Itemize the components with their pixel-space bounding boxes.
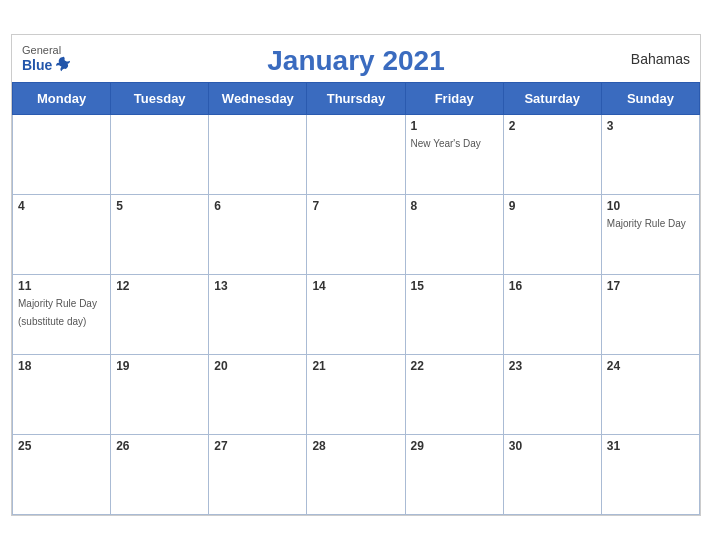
holiday-label: Majority Rule Day (substitute day) xyxy=(18,298,97,327)
day-number: 15 xyxy=(411,279,498,293)
day-number: 30 xyxy=(509,439,596,453)
day-number: 9 xyxy=(509,199,596,213)
weekday-header-thursday: Thursday xyxy=(307,83,405,115)
holiday-label: Majority Rule Day xyxy=(607,218,686,229)
calendar-cell: 26 xyxy=(111,435,209,515)
logo: General Blue xyxy=(22,44,72,73)
day-number: 13 xyxy=(214,279,301,293)
day-number: 28 xyxy=(312,439,399,453)
weekday-header-friday: Friday xyxy=(405,83,503,115)
calendar-cell: 24 xyxy=(601,355,699,435)
calendar-cell: 7 xyxy=(307,195,405,275)
calendar-cell xyxy=(209,115,307,195)
weekday-header-sunday: Sunday xyxy=(601,83,699,115)
day-number: 23 xyxy=(509,359,596,373)
logo-blue-text: Blue xyxy=(22,57,52,71)
day-number: 3 xyxy=(607,119,694,133)
week-row-1: 1New Year's Day23 xyxy=(13,115,700,195)
day-number: 24 xyxy=(607,359,694,373)
calendar-country: Bahamas xyxy=(631,51,690,67)
calendar-cell: 5 xyxy=(111,195,209,275)
day-number: 2 xyxy=(509,119,596,133)
weekday-header-saturday: Saturday xyxy=(503,83,601,115)
holiday-label: New Year's Day xyxy=(411,138,481,149)
calendar-cell: 22 xyxy=(405,355,503,435)
calendar-header: General Blue January 2021 Bahamas xyxy=(12,35,700,82)
calendar-title: January 2021 xyxy=(32,45,680,77)
calendar-table: MondayTuesdayWednesdayThursdayFridaySatu… xyxy=(12,82,700,515)
calendar-cell: 19 xyxy=(111,355,209,435)
day-number: 16 xyxy=(509,279,596,293)
day-number: 18 xyxy=(18,359,105,373)
calendar-cell: 14 xyxy=(307,275,405,355)
calendar-cell: 18 xyxy=(13,355,111,435)
calendar-cell xyxy=(307,115,405,195)
day-number: 31 xyxy=(607,439,694,453)
calendar-cell: 13 xyxy=(209,275,307,355)
calendar-cell: 15 xyxy=(405,275,503,355)
calendar-cell: 8 xyxy=(405,195,503,275)
day-number: 21 xyxy=(312,359,399,373)
calendar-cell: 17 xyxy=(601,275,699,355)
calendar-cell: 23 xyxy=(503,355,601,435)
calendar-cell: 6 xyxy=(209,195,307,275)
week-row-4: 18192021222324 xyxy=(13,355,700,435)
day-number: 17 xyxy=(607,279,694,293)
day-number: 19 xyxy=(116,359,203,373)
day-number: 26 xyxy=(116,439,203,453)
logo-general-text: General xyxy=(22,44,61,55)
day-number: 1 xyxy=(411,119,498,133)
day-number: 12 xyxy=(116,279,203,293)
day-number: 4 xyxy=(18,199,105,213)
day-number: 22 xyxy=(411,359,498,373)
day-number: 10 xyxy=(607,199,694,213)
calendar-cell xyxy=(111,115,209,195)
day-number: 8 xyxy=(411,199,498,213)
calendar-cell: 30 xyxy=(503,435,601,515)
calendar-cell: 3 xyxy=(601,115,699,195)
week-row-3: 11Majority Rule Day (substitute day)1213… xyxy=(13,275,700,355)
day-number: 20 xyxy=(214,359,301,373)
calendar-cell: 27 xyxy=(209,435,307,515)
day-number: 6 xyxy=(214,199,301,213)
calendar-cell: 20 xyxy=(209,355,307,435)
day-number: 11 xyxy=(18,279,105,293)
calendar-cell: 1New Year's Day xyxy=(405,115,503,195)
calendar-cell: 9 xyxy=(503,195,601,275)
day-number: 7 xyxy=(312,199,399,213)
calendar-cell: 12 xyxy=(111,275,209,355)
calendar-cell: 4 xyxy=(13,195,111,275)
day-number: 14 xyxy=(312,279,399,293)
day-number: 25 xyxy=(18,439,105,453)
week-row-2: 45678910Majority Rule Day xyxy=(13,195,700,275)
day-number: 29 xyxy=(411,439,498,453)
calendar-cell: 21 xyxy=(307,355,405,435)
weekday-header-wednesday: Wednesday xyxy=(209,83,307,115)
calendar-container: General Blue January 2021 Bahamas Monday… xyxy=(11,34,701,516)
weekday-header-tuesday: Tuesday xyxy=(111,83,209,115)
week-row-5: 25262728293031 xyxy=(13,435,700,515)
calendar-cell: 2 xyxy=(503,115,601,195)
weekday-header-row: MondayTuesdayWednesdayThursdayFridaySatu… xyxy=(13,83,700,115)
calendar-cell: 29 xyxy=(405,435,503,515)
day-number: 27 xyxy=(214,439,301,453)
calendar-cell xyxy=(13,115,111,195)
calendar-cell: 25 xyxy=(13,435,111,515)
calendar-cell: 11Majority Rule Day (substitute day) xyxy=(13,275,111,355)
weekday-header-monday: Monday xyxy=(13,83,111,115)
calendar-cell: 28 xyxy=(307,435,405,515)
day-number: 5 xyxy=(116,199,203,213)
calendar-cell: 10Majority Rule Day xyxy=(601,195,699,275)
logo-bird-icon xyxy=(54,55,72,73)
calendar-cell: 16 xyxy=(503,275,601,355)
calendar-cell: 31 xyxy=(601,435,699,515)
